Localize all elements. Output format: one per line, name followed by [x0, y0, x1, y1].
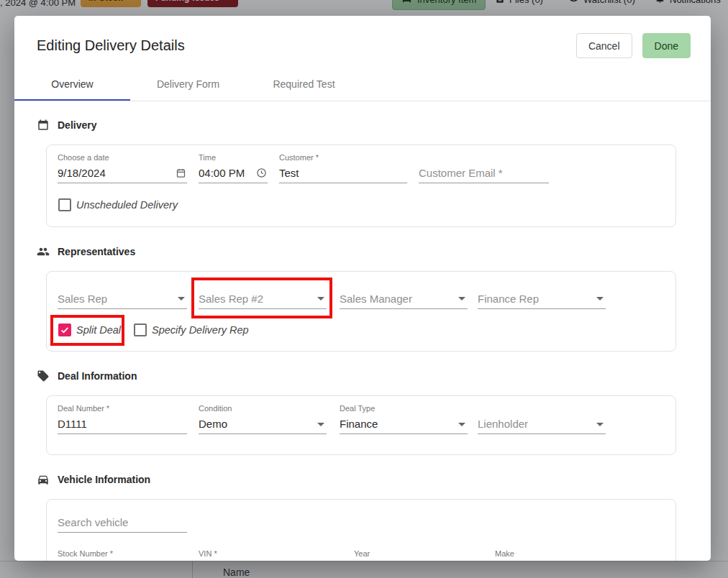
screen: , 2024 @ 4:00 PM In-Stock Funding-Issues…: [0, 0, 728, 578]
time-field-label: Time: [199, 152, 268, 163]
dropdown-arrow-icon: [458, 297, 465, 301]
lienholder-dropdown[interactable]: Lienholder: [478, 414, 606, 434]
vehicle-information-card: Search vehicle Stock Number * VIN * Year…: [46, 499, 676, 561]
year-label: Year: [354, 549, 370, 558]
deal-number-value: D1111: [58, 418, 87, 430]
finance-rep-dropdown[interactable]: Finance Rep: [478, 289, 606, 309]
sales-manager-placeholder: Sales Manager: [340, 293, 412, 305]
dropdown-arrow-icon: [458, 423, 465, 426]
modal-title: Editing Delivery Details: [37, 37, 185, 54]
tab-overview[interactable]: Overview: [14, 68, 130, 101]
dropdown-arrow-icon: [178, 297, 185, 301]
modal-body: Delivery Choose a date 9/18/2024 Time 04…: [14, 119, 711, 561]
representatives-section-header: Representatives: [37, 245, 691, 258]
customer-input[interactable]: Test: [279, 163, 407, 183]
cancel-button[interactable]: Cancel: [576, 33, 632, 58]
specify-delivery-rep-label: Specify Delivery Rep: [152, 324, 249, 336]
deal-type-dropdown[interactable]: Finance: [340, 414, 468, 434]
customer-field-label: Customer *: [279, 152, 407, 163]
tab-delivery-form[interactable]: Delivery Form: [130, 68, 246, 101]
delivery-section-header: Delivery: [37, 119, 691, 132]
unscheduled-delivery-label: Unscheduled Delivery: [76, 199, 178, 211]
sales-rep-placeholder: Sales Rep: [58, 293, 107, 305]
sales-rep-2-dropdown[interactable]: Sales Rep #2: [199, 289, 327, 309]
header-buttons: Cancel Done: [576, 33, 691, 58]
condition-value: Demo: [199, 418, 227, 430]
dropdown-arrow-icon: [317, 297, 324, 301]
search-vehicle-placeholder: Search vehicle: [58, 516, 128, 528]
unscheduled-delivery-row: Unscheduled Delivery: [58, 198, 178, 211]
sales-rep-dropdown[interactable]: Sales Rep: [58, 289, 187, 309]
label-spacer: [419, 152, 549, 163]
specify-delivery-rep-group: Specify Delivery Rep: [134, 324, 249, 336]
vin-label: VIN *: [199, 549, 217, 558]
condition-dropdown[interactable]: Demo: [199, 414, 327, 434]
delivery-card: Choose a date 9/18/2024 Time 04:00 PM Cu…: [46, 144, 676, 227]
date-field-label: Choose a date: [58, 152, 187, 163]
deal-type-value: Finance: [340, 418, 378, 430]
date-input[interactable]: 9/18/2024: [58, 163, 187, 183]
date-field: Choose a date 9/18/2024: [58, 152, 187, 183]
make-label: Make: [495, 549, 514, 558]
specify-delivery-rep-checkbox[interactable]: [134, 324, 147, 336]
lienholder-placeholder: Lienholder: [478, 418, 528, 430]
tag-icon: [37, 370, 50, 382]
delivery-section-title: Delivery: [58, 119, 96, 131]
search-vehicle-input[interactable]: Search vehicle: [58, 513, 187, 533]
representatives-checkbox-row: Split Deal Specify Delivery Rep: [58, 324, 249, 336]
dropdown-arrow-icon: [596, 297, 604, 301]
date-value: 9/18/2024: [58, 167, 106, 179]
dropdown-arrow-icon: [596, 423, 604, 426]
deal-number-label: Deal Number *: [58, 403, 187, 414]
deal-information-section-title: Deal Information: [58, 370, 137, 382]
sales-rep-2-placeholder: Sales Rep #2: [199, 293, 263, 305]
clock-icon[interactable]: [256, 168, 267, 178]
unscheduled-delivery-group: Unscheduled Delivery: [58, 198, 178, 211]
vehicle-information-section-title: Vehicle Information: [58, 474, 150, 485]
customer-value: Test: [279, 167, 299, 179]
label-spacer: [478, 403, 606, 414]
representatives-card: Sales Rep Sales Rep #2 Sales Manager Fin…: [46, 271, 676, 352]
deal-information-section-header: Deal Information: [37, 370, 691, 382]
time-value: 04:00 PM: [199, 167, 245, 179]
deal-type-field: Deal Type Finance: [340, 403, 468, 434]
customer-email-field: Customer Email *: [419, 152, 549, 183]
lienholder-field: Lienholder: [478, 403, 606, 434]
representatives-section-title: Representatives: [58, 246, 135, 257]
deal-number-input[interactable]: D1111: [58, 414, 187, 434]
condition-label: Condition: [199, 403, 327, 414]
people-icon: [37, 245, 50, 258]
customer-email-input[interactable]: Customer Email *: [419, 163, 549, 183]
dropdown-arrow-icon: [317, 423, 324, 426]
deal-number-field: Deal Number * D1111: [58, 403, 187, 434]
split-deal-label: Split Deal: [76, 324, 121, 336]
sales-manager-dropdown[interactable]: Sales Manager: [340, 289, 468, 309]
split-deal-checkbox[interactable]: [58, 324, 71, 336]
time-field: Time 04:00 PM: [199, 152, 268, 183]
condition-field: Condition Demo: [199, 403, 327, 434]
finance-rep-placeholder: Finance Rep: [478, 293, 539, 305]
deal-information-card: Deal Number * D1111 Condition Demo Deal …: [46, 395, 676, 455]
tab-bar: Overview Delivery Form Required Test: [14, 68, 711, 101]
done-button[interactable]: Done: [642, 33, 691, 58]
split-deal-group: Split Deal: [58, 324, 121, 336]
stock-number-label: Stock Number *: [58, 549, 113, 558]
calendar-icon: [37, 119, 50, 132]
car-icon: [37, 473, 50, 486]
tab-required-test[interactable]: Required Test: [246, 68, 362, 101]
editing-delivery-details-modal: Editing Delivery Details Cancel Done Ove…: [14, 16, 711, 561]
deal-type-label: Deal Type: [340, 403, 468, 414]
customer-field: Customer * Test: [279, 152, 407, 183]
calendar-picker-icon[interactable]: [176, 168, 186, 178]
modal-header: Editing Delivery Details Cancel Done: [14, 16, 711, 68]
vehicle-information-section-header: Vehicle Information: [37, 473, 691, 486]
unscheduled-delivery-checkbox[interactable]: [58, 198, 71, 211]
customer-email-placeholder: Customer Email *: [419, 167, 503, 179]
